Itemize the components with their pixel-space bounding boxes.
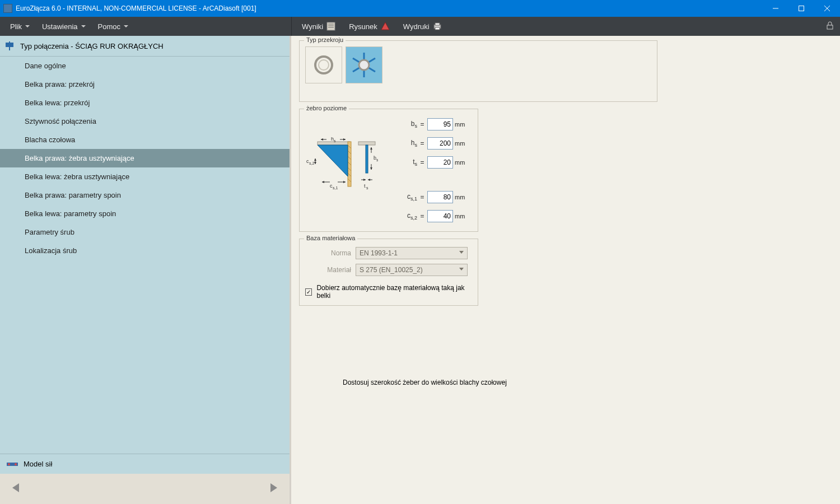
svg-marker-53 <box>343 181 346 183</box>
menu-pomoc[interactable]: Pomoc <box>92 17 134 36</box>
svg-rect-36 <box>348 142 351 186</box>
svg-rect-11 <box>435 27 440 30</box>
sidebar: Typ połączenia - ŚCIĄG RUR OKRĄGŁYCH Dan… <box>0 36 291 504</box>
svg-rect-12 <box>827 25 833 29</box>
svg-text:s,1: s,1 <box>333 186 338 190</box>
sidebar-item[interactable]: Belka lewa: żebra usztywniające <box>0 167 290 186</box>
checkbox-auto-material[interactable]: ✓ <box>305 288 312 296</box>
sidebar-item[interactable]: Belka prawa: parametry spoin <box>0 186 290 204</box>
svg-point-16 <box>8 463 10 465</box>
svg-marker-44 <box>318 145 348 176</box>
menu-wyniki[interactable]: Wyniki <box>296 17 341 36</box>
svg-text:s,2: s,2 <box>309 161 314 165</box>
label-hs: hs <box>395 139 417 148</box>
svg-point-17 <box>15 463 17 465</box>
checkbox-label: Dostosuj szerokość żeber do wielkości bl… <box>343 379 507 386</box>
menu-label: Pomoc <box>98 22 120 31</box>
sidebar-nav <box>0 474 290 504</box>
sidebar-item[interactable]: Belka lewa: parametry spoin <box>0 204 290 223</box>
sidebar-item[interactable]: Parametry śrub <box>0 223 290 241</box>
fieldset-typ-przekroju: Typ przekroju <box>299 40 657 102</box>
sidebar-item[interactable]: Lokalizacja śrub <box>0 241 290 260</box>
fieldset-baza-materialowa: Baza materiałowa Norma EN 1993-1-1 Mater… <box>299 239 478 306</box>
svg-marker-49 <box>314 162 316 164</box>
sidebar-group-model-sil[interactable]: Model sił <box>0 454 290 474</box>
window-titlebar: EuroZłącza 6.0 - INTERNAL, NON-COMMERCIA… <box>0 0 840 17</box>
menu-bar: Plik Ustawienia Pomoc Wyniki Rysunek Wyd… <box>0 17 840 36</box>
svg-text:s: s <box>334 139 336 143</box>
combo-norma[interactable]: EN 1993-1-1 <box>356 247 468 259</box>
unit-label: mm <box>455 140 465 147</box>
svg-marker-19 <box>270 483 277 492</box>
menu-wydruki[interactable]: Wydruki <box>398 17 447 36</box>
sidebar-item[interactable]: Belka lewa: przekrój <box>0 94 290 112</box>
sidebar-header-label: Typ połączenia - ŚCIĄG RUR OKRĄGŁYCH <box>20 42 164 50</box>
sidebar-item[interactable]: Sztywność połączenia <box>0 112 290 130</box>
minimize-button[interactable] <box>763 0 788 17</box>
svg-marker-33 <box>343 138 346 141</box>
label-bs: bs <box>395 120 417 129</box>
lock-icon[interactable] <box>825 21 834 32</box>
menu-label: Wydruki <box>403 22 430 31</box>
fieldset-zebro-poziome: żebro poziome hs <box>299 109 478 232</box>
svg-rect-1 <box>799 6 804 11</box>
unit-label: mm <box>455 159 465 166</box>
rib-diagram: hs cs,2 <box>305 115 378 226</box>
svg-rect-57 <box>366 145 368 173</box>
input-cs1[interactable] <box>427 191 453 203</box>
chevron-down-icon <box>124 25 128 27</box>
window-title: EuroZłącza 6.0 - INTERNAL, NON-COMMERCIA… <box>16 4 256 12</box>
maximize-button[interactable] <box>788 0 814 17</box>
sidebar-item[interactable]: Blacha czołowa <box>0 130 290 149</box>
svg-marker-61 <box>370 167 372 170</box>
unit-label: mm <box>455 213 465 220</box>
chevron-down-icon <box>459 251 464 254</box>
print-icon <box>433 22 442 31</box>
results-icon <box>326 22 335 31</box>
fieldset-legend: Typ przekroju <box>304 36 346 43</box>
next-arrow-icon[interactable] <box>267 480 279 498</box>
svg-rect-4 <box>327 22 335 30</box>
svg-point-20 <box>315 57 332 73</box>
unit-label: mm <box>455 121 465 128</box>
fieldset-legend: żebro poziome <box>304 105 349 111</box>
label-cs1: cs,1 <box>395 193 417 202</box>
sidebar-item[interactable]: Belka prawa: żebra usztywniające <box>0 149 290 167</box>
combo-material[interactable]: S 275 (EN_10025_2) <box>356 264 468 276</box>
svg-marker-48 <box>314 158 316 161</box>
sidebar-header[interactable]: Typ połączenia - ŚCIĄG RUR OKRĄGŁYCH <box>0 36 290 57</box>
connection-type-icon <box>6 41 15 50</box>
menu-label: Ustawienia <box>42 22 78 31</box>
label-material: Materiał <box>305 266 351 274</box>
menu-label: Plik <box>10 22 22 31</box>
svg-marker-18 <box>12 483 19 492</box>
menu-ustawienia[interactable]: Ustawienia <box>36 17 91 36</box>
input-cs2[interactable] <box>427 210 453 222</box>
menu-plik[interactable]: Plik <box>4 17 35 36</box>
input-bs[interactable] <box>427 118 453 130</box>
cross-section-type-plain[interactable] <box>305 46 342 83</box>
svg-marker-65 <box>363 179 366 181</box>
svg-marker-8 <box>381 22 389 30</box>
content-panel: Typ przekroju <box>291 36 840 504</box>
input-hs[interactable] <box>427 137 453 150</box>
menu-label: Rysunek <box>349 22 377 31</box>
svg-text:t: t <box>364 183 366 189</box>
chevron-down-icon <box>81 25 86 27</box>
force-model-icon <box>7 460 18 468</box>
svg-marker-59 <box>370 147 372 150</box>
fieldset-legend: Baza materiałowa <box>304 235 357 241</box>
menu-rysunek[interactable]: Rysunek <box>343 17 395 36</box>
svg-marker-67 <box>368 179 370 181</box>
svg-text:s: s <box>366 186 368 190</box>
sidebar-item[interactable]: Belka prawa: przekrój <box>0 75 290 94</box>
sidebar-item[interactable]: Dane ogólne <box>0 57 290 75</box>
label-norma: Norma <box>305 249 351 257</box>
svg-marker-31 <box>321 138 323 141</box>
svg-rect-14 <box>6 43 13 47</box>
input-ts[interactable] <box>427 156 453 169</box>
svg-rect-10 <box>435 23 440 25</box>
prev-arrow-icon[interactable] <box>10 480 22 498</box>
close-button[interactable] <box>814 0 840 17</box>
cross-section-type-ribbed[interactable] <box>346 46 382 83</box>
